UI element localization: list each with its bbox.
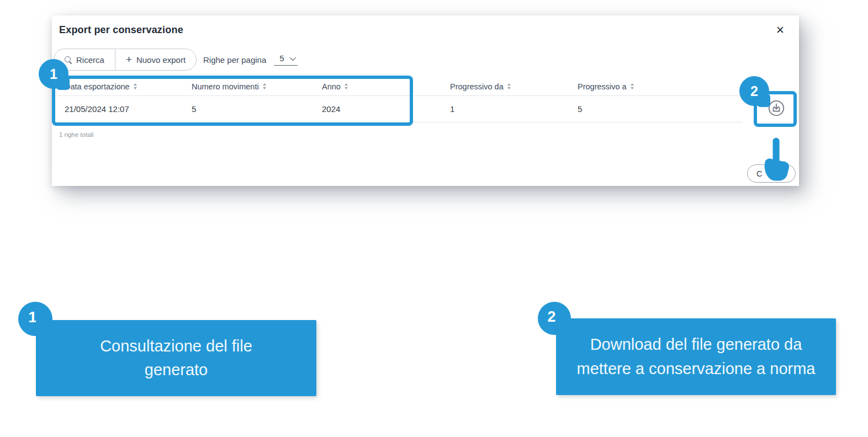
caption-box-1: Consultazione del file generato <box>36 320 316 396</box>
callout-badge-2: 2 <box>739 76 769 106</box>
cell-anno: 2024 <box>322 104 450 114</box>
column-header-label: Numero movimenti <box>192 82 259 91</box>
sort-icon <box>345 83 348 89</box>
callout-badge-1: 1 <box>39 59 68 89</box>
close-dialog-button-label: C <box>756 169 763 178</box>
cell-progressivo-a: 5 <box>578 104 755 114</box>
rows-per-page-label: Righe per pagina <box>203 55 266 65</box>
plus-icon: + <box>126 55 132 65</box>
column-header-numero-movimenti[interactable]: Numero movimenti <box>192 82 322 91</box>
export-conservazione-dialog: Export per conservazione ✕ Ricerca + Nuo… <box>52 15 799 186</box>
cell-data-esportazione: 21/05/2024 12:07 <box>65 104 192 114</box>
column-header-progressivo-da[interactable]: Progressivo da <box>450 82 578 91</box>
column-header-anno[interactable]: Anno <box>322 82 450 91</box>
column-header-label: Anno <box>322 82 341 91</box>
caption-text-2: Download del file generato da mettere a … <box>564 333 829 381</box>
sort-icon <box>507 83 511 89</box>
column-header-data-esportazione[interactable]: Data esportazione <box>65 82 192 91</box>
new-export-button-label: Nuovo export <box>136 55 186 65</box>
dialog-title: Export per conservazione <box>59 24 183 36</box>
sort-icon <box>263 83 266 89</box>
rows-per-page: Righe per pagina 5 <box>203 49 298 71</box>
table-row: 21/05/2024 12:07 5 2024 1 5 <box>52 96 742 122</box>
column-header-label: Progressivo da <box>450 82 504 91</box>
cell-numero-movimenti: 5 <box>192 104 322 114</box>
total-rows-label: 1 righe totali <box>59 131 94 138</box>
toolbar-button-group: Ricerca + Nuovo export <box>54 49 197 71</box>
caption-text-1: Consultazione del file generato <box>71 334 281 382</box>
cell-progressivo-da: 1 <box>450 104 578 114</box>
close-icon[interactable]: ✕ <box>772 23 788 38</box>
rows-per-page-value: 5 <box>279 54 284 63</box>
search-icon <box>65 56 72 63</box>
tutorial-slide: Export per conservazione ✕ Ricerca + Nuo… <box>0 0 868 437</box>
sort-icon <box>134 83 137 89</box>
column-header-label: Data esportazione <box>65 82 130 91</box>
column-header-progressivo-a[interactable]: Progressivo a <box>578 82 755 91</box>
chevron-down-icon <box>289 54 295 60</box>
caption-box-2: Download del file generato da mettere a … <box>556 318 836 395</box>
new-export-button[interactable]: + Nuovo export <box>115 49 196 70</box>
rows-per-page-select[interactable]: 5 <box>274 54 297 66</box>
close-dialog-button[interactable]: C <box>747 164 796 183</box>
column-header-label: Progressivo a <box>578 82 627 91</box>
sort-icon <box>631 83 634 89</box>
search-button-label: Ricerca <box>76 55 104 65</box>
table-header-row: Data esportazione Numero movimenti Anno … <box>52 77 742 96</box>
